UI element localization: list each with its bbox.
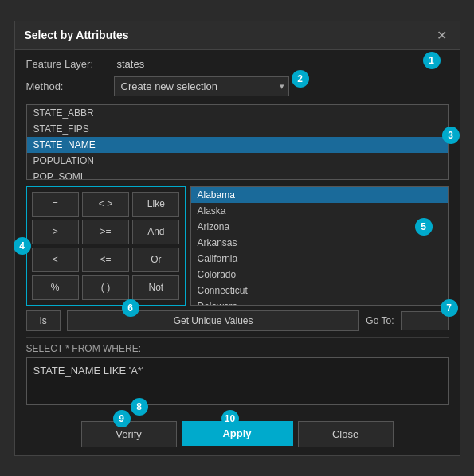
dialog-title: Select by Attributes	[25, 29, 129, 41]
op-less[interactable]: <	[32, 248, 79, 272]
select-by-attributes-dialog: Select by Attributes ✕ Feature Layer: st…	[14, 21, 460, 456]
action-row: 6 7 Is Get Unique Values Go To:	[26, 310, 449, 331]
value-item-connecticut[interactable]: Connecticut	[191, 283, 448, 298]
middle-section: 4 = < > Like > >= And < <= Or % ( ) Not …	[26, 186, 449, 306]
go-to-label: Go To:	[366, 315, 394, 326]
field-item-population[interactable]: POPULATION	[27, 153, 448, 169]
divider	[26, 337, 449, 338]
dialog-titlebar: Select by Attributes ✕	[15, 21, 460, 50]
value-item-arkansas[interactable]: Arkansas	[191, 235, 448, 251]
values-wrapper: Alabama Alaska Arizona Arkansas Californ…	[190, 186, 449, 306]
fields-container: STATE_ABBR STATE_FIPS STATE_NAME POPULAT…	[26, 104, 449, 180]
badge-9: 9	[113, 410, 131, 427]
field-item-pop-sqmi[interactable]: POP_SQMI	[27, 169, 448, 180]
query-box[interactable]: STATE_NAME LIKE 'A*' 8	[26, 357, 449, 405]
values-list[interactable]: Alabama Alaska Arizona Arkansas Californ…	[190, 186, 449, 306]
field-item-state-name[interactable]: STATE_NAME	[27, 137, 448, 153]
query-section: SELECT * FROM WHERE: STATE_NAME LIKE 'A*…	[26, 343, 449, 405]
method-label: Method:	[26, 80, 114, 92]
query-expression: STATE_NAME LIKE 'A*'	[33, 365, 144, 377]
value-item-delaware[interactable]: Delaware	[191, 298, 448, 306]
value-item-arizona[interactable]: Arizona	[191, 219, 448, 235]
bottom-button-row: 9 Verify 10 Apply Close	[26, 421, 449, 447]
badge-3: 3	[442, 127, 460, 144]
badge-10: 10	[221, 410, 239, 427]
field-item-state-fips[interactable]: STATE_FIPS	[27, 121, 448, 137]
close-button[interactable]: Close	[298, 421, 394, 447]
op-not-equal[interactable]: < >	[82, 192, 129, 217]
badge-1: 1	[423, 52, 441, 69]
query-label: SELECT * FROM WHERE:	[26, 343, 449, 354]
op-like[interactable]: Like	[132, 192, 179, 217]
close-icon[interactable]: ✕	[433, 28, 450, 43]
method-select[interactable]: Create new selection Add to current sele…	[114, 76, 289, 96]
op-greater[interactable]: >	[32, 220, 79, 244]
method-row: Method: 2 Create new selection Add to cu…	[26, 76, 449, 96]
method-select-wrapper: Create new selection Add to current sele…	[114, 76, 289, 96]
fields-list[interactable]: STATE_ABBR STATE_FIPS STATE_NAME POPULAT…	[26, 104, 449, 180]
field-item-state-abbr[interactable]: STATE_ABBR	[27, 105, 448, 121]
verify-wrapper: 9 Verify	[81, 421, 177, 447]
badge-2: 2	[292, 70, 309, 88]
verify-button[interactable]: Verify	[81, 421, 177, 447]
op-and[interactable]: And	[132, 220, 179, 244]
dialog-body: Feature Layer: states 1 Method: 2 Create…	[15, 50, 460, 455]
value-item-alabama[interactable]: Alabama	[191, 187, 448, 203]
get-unique-values-button[interactable]: Get Unique Values	[67, 310, 360, 331]
op-or[interactable]: Or	[132, 248, 179, 272]
badge-5: 5	[415, 218, 433, 236]
feature-layer-label: Feature Layer:	[26, 58, 114, 70]
value-item-california[interactable]: California	[191, 251, 448, 267]
apply-wrapper: 10 Apply	[182, 421, 293, 447]
op-parentheses[interactable]: ( )	[82, 275, 129, 300]
op-modulo[interactable]: %	[32, 275, 79, 300]
go-to-input[interactable]	[401, 311, 449, 330]
op-less-equal[interactable]: <=	[82, 248, 129, 272]
value-item-colorado[interactable]: Colorado	[191, 267, 448, 283]
badge-6: 6	[122, 299, 139, 317]
feature-layer-value: states	[117, 58, 145, 70]
apply-button[interactable]: Apply	[182, 421, 293, 446]
feature-layer-row: Feature Layer: states 1	[26, 58, 449, 70]
operators-panel: = < > Like > >= And < <= Or % ( ) Not	[26, 186, 186, 306]
is-button[interactable]: Is	[26, 310, 61, 331]
op-greater-equal[interactable]: >=	[82, 220, 129, 244]
badge-7: 7	[441, 299, 458, 317]
op-equals[interactable]: =	[32, 192, 79, 217]
badge-8: 8	[131, 398, 148, 416]
op-not[interactable]: Not	[132, 275, 179, 300]
value-item-alaska[interactable]: Alaska	[191, 203, 448, 219]
